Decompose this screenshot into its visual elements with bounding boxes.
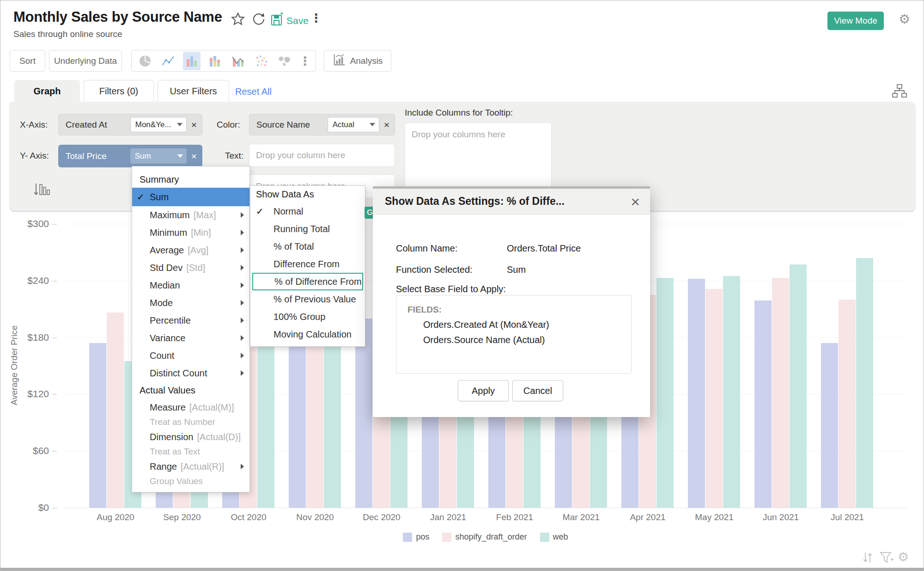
y-axis-label: Y- Axis: <box>20 151 49 161</box>
tooltip-columns-label: Include Columns for Tooltip: <box>405 108 513 118</box>
bar-shopify_draft_order-aug-2020[interactable] <box>107 313 124 508</box>
x-tick-label: Dec 2020 <box>348 512 415 522</box>
bar-pos-dec-2020[interactable] <box>355 319 372 508</box>
bar-pos-nov-2020[interactable] <box>289 328 306 508</box>
submenu-item--of-difference-from[interactable]: % of Difference From <box>252 273 363 290</box>
submenu-item-100-group[interactable]: 100% Group <box>250 308 365 325</box>
menu-item-std-dev[interactable]: Std Dev[Std] <box>132 259 249 276</box>
bar-pos-jun-2021[interactable] <box>754 301 772 508</box>
close-icon[interactable]: × <box>631 195 640 209</box>
legend-item-web[interactable]: web <box>540 532 568 542</box>
bar-shopify_draft_order-jun-2021[interactable] <box>772 278 789 508</box>
bar-shopify_draft_order-jul-2021[interactable] <box>839 300 856 508</box>
stacked-bar-chart-icon[interactable] <box>206 52 224 70</box>
refresh-icon[interactable] <box>252 12 266 28</box>
x-tick-label: Feb 2021 <box>481 512 548 522</box>
bar-web-apr-2021[interactable] <box>657 278 674 508</box>
menu-item-count[interactable]: Count <box>132 347 249 364</box>
color-function-select[interactable]: Actual <box>328 117 379 132</box>
sort-button[interactable]: Sort <box>10 50 45 72</box>
submenu-item-running-total[interactable]: Running Total <box>250 220 365 238</box>
legend-item-shopify_draft_order[interactable]: shopify_draft_order <box>442 532 527 542</box>
menu-item-median[interactable]: Median <box>132 276 249 294</box>
tab-filters[interactable]: Filters (0) <box>84 80 154 102</box>
favorite-star-icon[interactable] <box>231 12 245 28</box>
base-field-option[interactable]: Orders.Created At (Mon&Year) <box>423 319 631 330</box>
menu-item-sum[interactable]: ✓Sum <box>132 188 249 206</box>
tab-user-filters[interactable]: User Filters <box>158 80 229 102</box>
bar-web-oct-2020[interactable] <box>257 323 274 508</box>
legend-label: pos <box>416 532 429 542</box>
menu-item-minimum[interactable]: Minimum[Min] <box>132 224 249 241</box>
y-axis-remove-icon[interactable]: × <box>187 151 202 161</box>
submenu-item--of-previous-value[interactable]: % of Previous Value <box>250 290 365 308</box>
bar-shopify_draft_order-may-2021[interactable] <box>705 289 723 508</box>
y-axis-function-value: Sum <box>135 152 151 161</box>
color-remove-icon[interactable]: × <box>379 120 395 129</box>
cancel-button[interactable]: Cancel <box>512 380 563 401</box>
menu-item-measure[interactable]: Measure[Actual(M)] <box>132 399 249 416</box>
apply-button[interactable]: Apply <box>458 380 509 401</box>
bar-web-jun-2021[interactable] <box>790 264 807 508</box>
more-options-icon[interactable]: ⋮ <box>310 13 322 23</box>
legend-item-pos[interactable]: pos <box>403 532 429 542</box>
menu-item-variance[interactable]: Variance <box>132 329 249 347</box>
y-axis-function-select[interactable]: Sum <box>130 148 187 164</box>
y-tick-mark <box>52 451 57 452</box>
bar-pos-aug-2020[interactable] <box>89 343 106 508</box>
submenu-item--of-total[interactable]: % of Total <box>250 238 365 255</box>
settings-gear-icon[interactable]: ⚙ <box>899 12 910 26</box>
menu-item-mode[interactable]: Mode <box>132 294 249 312</box>
scatter-plot-icon[interactable] <box>252 52 270 70</box>
menu-item-distinct-count[interactable]: Distinct Count <box>132 364 249 382</box>
bar-shopify_draft_order-nov-2020[interactable] <box>306 332 323 508</box>
submenu-arrow-icon <box>241 353 244 358</box>
chart-filter-icon[interactable] <box>879 551 894 566</box>
x-axis-remove-icon[interactable]: × <box>187 120 202 129</box>
x-tick-label: Sep 2020 <box>149 512 215 522</box>
menu-item-dimension[interactable]: Dimension[Actual(D)] <box>132 428 249 446</box>
x-tick-label: Jan 2021 <box>415 512 481 522</box>
y-tick-label: $300 <box>14 218 49 229</box>
x-axis-function-select[interactable]: Mon&Ye... <box>130 117 187 132</box>
submenu-item-moving-calculation[interactable]: Moving Calculation <box>250 325 365 343</box>
map-chart-icon[interactable] <box>276 52 293 70</box>
dialog-header: Show Data As Settings: % of Diffe... × <box>373 189 650 215</box>
line-chart-icon[interactable] <box>159 52 177 70</box>
submenu-item-normal[interactable]: ✓Normal <box>250 203 365 220</box>
bar-pos-may-2021[interactable] <box>688 279 705 508</box>
base-field-option[interactable]: Orders.Source Name (Actual) <box>423 335 631 345</box>
y-tick-label: $60 <box>14 445 49 456</box>
bar-web-jul-2021[interactable] <box>856 258 873 508</box>
submenu-arrow-icon <box>241 247 244 253</box>
fields-label: FIELDS: <box>407 305 631 315</box>
menu-item-maximum[interactable]: Maximum[Max] <box>132 206 249 224</box>
view-mode-button[interactable]: View Mode <box>827 12 884 30</box>
analysis-button[interactable]: Analysis <box>324 50 391 72</box>
sitemap-icon[interactable] <box>891 84 908 100</box>
bar-line-combo-chart-icon[interactable] <box>229 52 247 70</box>
chart-settings-gear-icon[interactable]: ⚙ <box>898 550 909 565</box>
menu-item-percentile[interactable]: Percentile <box>132 312 249 329</box>
menu-item-average[interactable]: Average[Avg] <box>132 241 249 259</box>
submenu-item-difference-from[interactable]: Difference From <box>250 255 365 273</box>
y-axis-field-pill[interactable]: Total Price Sum × <box>58 145 202 167</box>
tooltip-drop-area[interactable]: Drop your columns here <box>405 123 552 187</box>
menu-item-range[interactable]: Range[Actual(R)] <box>132 458 249 475</box>
bar-web-may-2021[interactable] <box>723 276 740 508</box>
sort-values-icon[interactable] <box>33 182 50 200</box>
more-chart-types-icon[interactable]: ⋮ <box>299 56 311 66</box>
reset-all-link[interactable]: Reset All <box>235 86 272 97</box>
pie-chart-icon[interactable] <box>136 52 154 70</box>
chart-sort-icon[interactable] <box>861 551 875 566</box>
bar-web-nov-2020[interactable] <box>324 319 341 508</box>
underlying-data-button[interactable]: Underlying Data <box>49 50 122 72</box>
analysis-label: Analysis <box>350 56 383 66</box>
text-drop-area[interactable]: Drop your column here <box>249 144 395 167</box>
color-field-pill[interactable]: Source Name Actual × <box>249 114 395 135</box>
tab-graph[interactable]: Graph <box>14 80 80 102</box>
bar-chart-icon-selected[interactable] <box>183 52 201 70</box>
save-button[interactable]: * Save <box>270 12 309 29</box>
x-axis-field-pill[interactable]: Created At Mon&Ye... × <box>58 114 202 135</box>
bar-pos-jul-2021[interactable] <box>821 343 838 508</box>
